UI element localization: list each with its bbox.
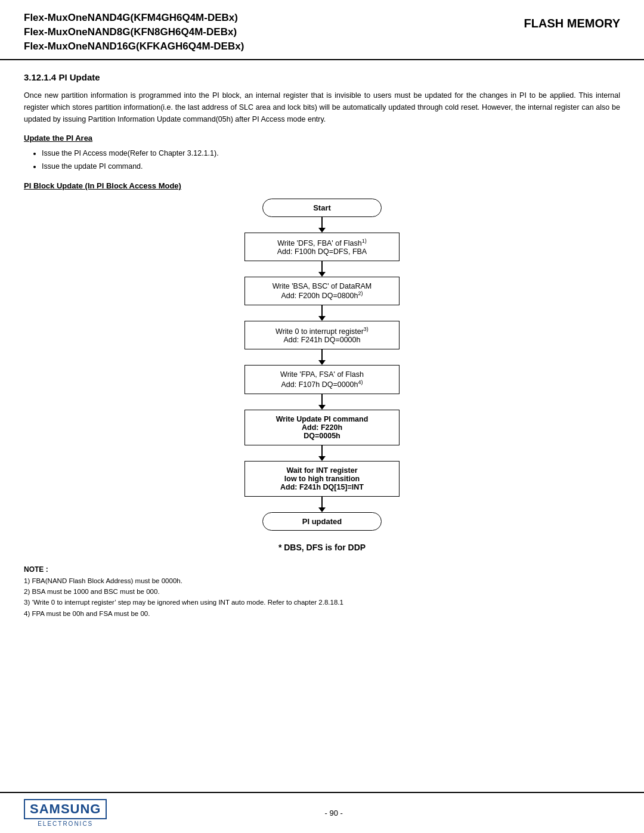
- arrow-line: [321, 349, 323, 360]
- flow-node-7-text: Wait for INT registerlow to high transit…: [255, 466, 389, 491]
- flow-node-5-text: Write 'FPA, FSA' of FlashAdd: F107h DQ=0…: [280, 370, 364, 388]
- arrow-head: [318, 360, 326, 365]
- flow-node-3-text: Write 'BSA, BSC' of DataRAMAdd: F200h DQ…: [273, 282, 371, 300]
- flow-arrow-7: [318, 497, 326, 512]
- samsung-text: SAMSUNG: [24, 799, 107, 819]
- pi-block-update-heading: PI Block Update (In PI Block Access Mode…: [24, 181, 620, 190]
- arrow-head: [318, 507, 326, 512]
- flowchart: Start Write 'DFS, FBA' of Flash1)Add: F1…: [24, 199, 620, 531]
- dbs-dfs-note: * DBS, DFS is for DDP: [24, 543, 620, 552]
- footer-logo: SAMSUNG ELECTRONICS: [24, 799, 107, 827]
- arrow-head: [318, 272, 326, 277]
- header-title-1: Flex-MuxOneNAND4G(KFM4GH6Q4M-DEBx): [24, 11, 524, 25]
- flow-node-3: Write 'BSA, BSC' of DataRAMAdd: F200h DQ…: [244, 277, 400, 305]
- arrow-line: [321, 497, 323, 507]
- samsung-logo: SAMSUNG ELECTRONICS: [24, 799, 107, 827]
- flow-arrow-2: [318, 261, 326, 277]
- note-2: 2) BSA must be 1000 and BSC must be 000.: [24, 586, 620, 597]
- arrow-line: [321, 217, 323, 228]
- flow-arrow-6: [318, 445, 326, 461]
- note-1: 1) FBA(NAND Flash Block Address) must be…: [24, 575, 620, 586]
- arrow-line: [321, 261, 323, 272]
- flow-arrow-3: [318, 305, 326, 321]
- section-number-title: 3.12.1.4 PI Update: [24, 72, 620, 82]
- flow-arrow-4: [318, 349, 326, 365]
- arrow-head: [318, 405, 326, 410]
- flow-arrow-5: [318, 394, 326, 410]
- section-body-text: Once new partition information is progra…: [24, 89, 620, 125]
- header-titles: Flex-MuxOneNAND4G(KFM4GH6Q4M-DEBx) Flex-…: [24, 11, 524, 53]
- pi-area-bullets: Issue the PI Access mode(Refer to Chapte…: [42, 147, 620, 173]
- flow-node-6: Write Update PI commandAdd: F220hDQ=0005…: [244, 410, 400, 445]
- flow-node-6-text: Write Update PI commandAdd: F220hDQ=0005…: [255, 415, 389, 440]
- flow-node-2: Write 'DFS, FBA' of Flash1)Add: F100h DQ…: [244, 233, 400, 261]
- header-title-3: Flex-MuxOneNAND16G(KFKAGH6Q4M-DEBx): [24, 39, 524, 54]
- flow-node-2-text: Write 'DFS, FBA' of Flash1)Add: F100h DQ…: [277, 239, 367, 256]
- flow-arrow-1: [318, 217, 326, 233]
- page-container: Flex-MuxOneNAND4G(KFM4GH6Q4M-DEBx) Flex-…: [0, 0, 644, 833]
- arrow-head: [318, 456, 326, 461]
- header-flash-memory: FLASH MEMORY: [524, 11, 620, 30]
- note-3: 3) ‘Write 0 to interrupt register’ step …: [24, 597, 620, 608]
- update-pi-area-heading: Update the PI Area: [24, 134, 620, 143]
- flow-node-end: PI updated: [262, 512, 382, 531]
- page-header: Flex-MuxOneNAND4G(KFM4GH6Q4M-DEBx) Flex-…: [0, 0, 644, 60]
- flow-node-4-text: Write 0 to interrupt register3)Add: F241…: [275, 327, 369, 344]
- arrow-line: [321, 305, 323, 316]
- main-content: 3.12.1.4 PI Update Once new partition in…: [0, 60, 644, 792]
- flow-node-start: Start: [262, 199, 382, 217]
- notes-title: NOTE :: [24, 564, 620, 575]
- notes-section: NOTE : 1) FBA(NAND Flash Block Address) …: [24, 564, 620, 620]
- arrow-line: [321, 445, 323, 456]
- note-4: 4) FPA must be 00h and FSA must be 00.: [24, 608, 620, 619]
- page-footer: SAMSUNG ELECTRONICS - 90 -: [0, 792, 644, 833]
- flow-node-7: Wait for INT registerlow to high transit…: [244, 461, 400, 497]
- bullet-item-2: Issue the update PI command.: [42, 160, 620, 173]
- flow-node-5: Write 'FPA, FSA' of FlashAdd: F107h DQ=0…: [244, 365, 400, 394]
- electronics-text: ELECTRONICS: [38, 820, 93, 827]
- arrow-head: [318, 316, 326, 321]
- arrow-head: [318, 228, 326, 233]
- arrow-line: [321, 394, 323, 405]
- bullet-item-1: Issue the PI Access mode(Refer to Chapte…: [42, 147, 620, 160]
- header-title-2: Flex-MuxOneNAND8G(KFN8GH6Q4M-DEBx): [24, 25, 524, 39]
- flow-node-4: Write 0 to interrupt register3)Add: F241…: [244, 321, 400, 349]
- footer-page-number: - 90 -: [325, 809, 343, 817]
